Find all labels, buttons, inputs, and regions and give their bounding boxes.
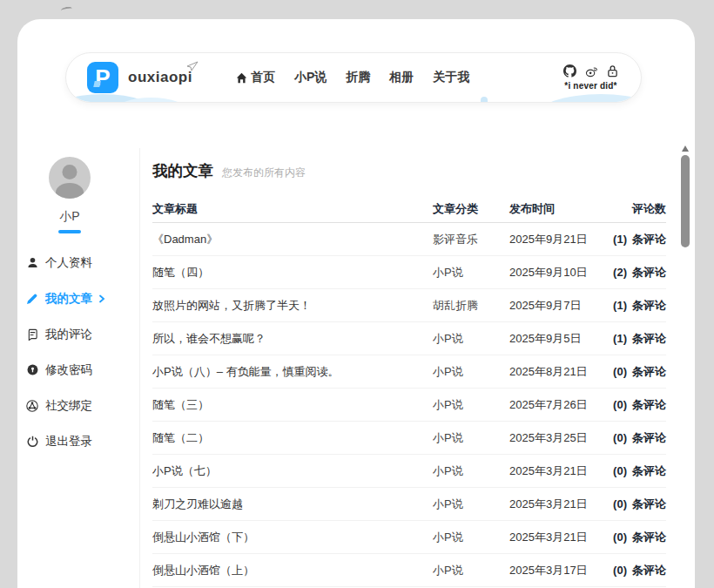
weibo-icon[interactable] (585, 65, 598, 78)
article-date: 2025年3月21日 (509, 497, 610, 512)
article-title[interactable]: 放照片的网站，又折腾了半天！ (152, 298, 433, 314)
main-card: P ouxiaopi 首页小P说折腾相册关于我 *i never did* 小P… (17, 19, 695, 588)
nav-link-album[interactable]: 相册 (389, 70, 414, 85)
article-row: 倒悬山小酒馆（上）小P说2025年3月17日(0)条评论 (152, 554, 666, 587)
navbar-action-icons (563, 64, 618, 78)
cloud-decoration (536, 94, 642, 103)
article-category: 小P说 (433, 530, 509, 545)
article-row: 《Dadman》影评音乐2025年9月21日(1)条评论 (152, 223, 666, 256)
nav-link-xiaop-says[interactable]: 小P说 (294, 70, 327, 85)
brand-name: ouxiaopi (128, 69, 192, 86)
article-date: 2025年3月17日 (509, 563, 610, 578)
article-comments-link[interactable]: (0)条评论 (610, 497, 666, 512)
article-category: 小P说 (433, 463, 509, 479)
article-date: 2025年9月5日 (509, 331, 610, 347)
navbar-right: *i never did* (563, 64, 618, 91)
article-row: 小P说（七）小P说2025年3月21日(0)条评论 (152, 455, 666, 488)
avatar-person-icon (63, 165, 77, 179)
article-title[interactable]: 剃刀之刃难以逾越 (152, 497, 433, 512)
article-title[interactable]: 随笔（三） (152, 397, 433, 413)
sidebar-item-label: 个人资料 (45, 255, 92, 271)
comment-icon (26, 328, 38, 341)
article-category: 小P说 (433, 331, 509, 347)
sidebar-item-my-articles[interactable]: 我的文章 (17, 280, 122, 316)
col-header-comments: 评论数 (610, 201, 666, 217)
col-header-date: 发布时间 (509, 201, 610, 217)
article-title[interactable]: 《Dadman》 (152, 232, 433, 247)
nav-link-about-me[interactable]: 关于我 (433, 70, 469, 85)
sidebar-item-logout[interactable]: 退出登录 (17, 423, 122, 459)
nav-link-tinkering[interactable]: 折腾 (346, 70, 370, 85)
paper-plane-doodle-icon (186, 59, 199, 75)
article-date: 2025年9月10日 (509, 265, 610, 280)
content-area: 小P 个人资料我的文章我的评论修改密码社交绑定退出登录 我的文章 您发布的所有内… (17, 148, 695, 588)
nav-links: 首页小P说折腾相册关于我 (236, 70, 469, 85)
table-header: 文章标题 文章分类 发布时间 评论数 (152, 195, 666, 223)
brand[interactable]: P ouxiaopi (87, 62, 192, 93)
article-title[interactable]: 所以，谁会不想赢呢？ (152, 331, 433, 347)
article-row: 随笔（四）小P说2025年9月10日(2)条评论 (152, 256, 666, 289)
article-date: 2025年9月7日 (509, 298, 610, 314)
avatar[interactable] (49, 157, 91, 199)
sidebar-item-change-password[interactable]: 修改密码 (17, 352, 122, 388)
username-divider (58, 230, 81, 233)
article-category: 胡乱折腾 (433, 298, 509, 314)
share-icon (26, 400, 38, 412)
article-comments-link[interactable]: (0)条评论 (610, 364, 666, 380)
article-category: 小P说 (433, 364, 509, 380)
sidebar-item-profile[interactable]: 个人资料 (17, 245, 122, 280)
col-header-category: 文章分类 (433, 201, 509, 217)
article-row: 随笔（三）小P说2025年7月26日(0)条评论 (152, 389, 666, 422)
article-category: 小P说 (433, 497, 509, 512)
scrollbar[interactable] (681, 0, 690, 588)
article-row: 小P说（八）– 有负能量，慎重阅读。小P说2025年8月21日(0)条评论 (152, 355, 666, 389)
article-date: 2025年9月21日 (509, 232, 610, 247)
page-head: 我的文章 您发布的所有内容 (152, 160, 666, 179)
article-date: 2025年3月25日 (509, 430, 610, 446)
article-date: 2025年8月21日 (509, 364, 610, 380)
article-title[interactable]: 小P说（八）– 有负能量，慎重阅读。 (152, 364, 433, 380)
article-title[interactable]: 随笔（二） (152, 430, 433, 446)
article-comments-link[interactable]: (0)条评论 (610, 463, 666, 479)
sidebar-item-label: 我的文章 (45, 291, 92, 307)
cloud-decoration (481, 97, 488, 103)
lock-icon[interactable] (607, 64, 618, 78)
page-title: 我的文章 (152, 160, 213, 181)
article-comments-link[interactable]: (1)条评论 (610, 298, 666, 314)
article-row: 放照片的网站，又折腾了半天！胡乱折腾2025年9月7日(1)条评论 (152, 289, 666, 322)
article-comments-link[interactable]: (1)条评论 (610, 331, 666, 347)
scribble-doodle (61, 6, 73, 13)
github-icon[interactable] (563, 64, 576, 78)
sidebar-item-my-comments[interactable]: 我的评论 (17, 316, 122, 352)
sidebar-item-label: 我的评论 (45, 327, 92, 342)
power-icon (26, 436, 38, 447)
sidebar-item-label: 退出登录 (45, 434, 92, 449)
article-title[interactable]: 倒悬山小酒馆（上） (152, 563, 433, 578)
article-comments-link[interactable]: (2)条评论 (610, 265, 666, 280)
main-panel: 我的文章 您发布的所有内容 文章标题 文章分类 发布时间 评论数 《Dadman… (140, 148, 695, 588)
sidebar-item-social-binding[interactable]: 社交绑定 (17, 388, 122, 423)
article-row: 所以，谁会不想赢呢？小P说2025年9月5日(1)条评论 (152, 322, 666, 355)
sidebar: 小P 个人资料我的文章我的评论修改密码社交绑定退出登录 (17, 148, 140, 588)
article-row: 随笔（二）小P说2025年3月25日(0)条评论 (152, 422, 666, 455)
article-title[interactable]: 随笔（四） (152, 265, 433, 280)
article-category: 影评音乐 (433, 232, 509, 247)
keylock-icon (26, 364, 38, 375)
scrollbar-up-arrow[interactable] (682, 145, 689, 152)
nav-link-home[interactable]: 首页 (236, 70, 275, 85)
chevron-right-icon (98, 294, 105, 303)
article-row: 剃刀之刃难以逾越小P说2025年3月21日(0)条评论 (152, 488, 666, 521)
article-comments-link[interactable]: (0)条评论 (610, 430, 666, 446)
scrollbar-thumb[interactable] (681, 155, 690, 247)
user-icon (26, 257, 38, 268)
sidebar-item-label: 社交绑定 (45, 398, 92, 414)
sidebar-item-label: 修改密码 (45, 362, 92, 378)
pen-icon (26, 293, 38, 305)
article-comments-link[interactable]: (0)条评论 (610, 530, 666, 545)
article-comments-link[interactable]: (0)条评论 (610, 397, 666, 413)
article-title[interactable]: 小P说（七） (152, 463, 433, 479)
article-comments-link[interactable]: (0)条评论 (610, 563, 666, 578)
article-title[interactable]: 倒悬山小酒馆（下） (152, 530, 433, 545)
article-date: 2025年3月21日 (509, 530, 610, 545)
article-comments-link[interactable]: (1)条评论 (610, 232, 666, 247)
